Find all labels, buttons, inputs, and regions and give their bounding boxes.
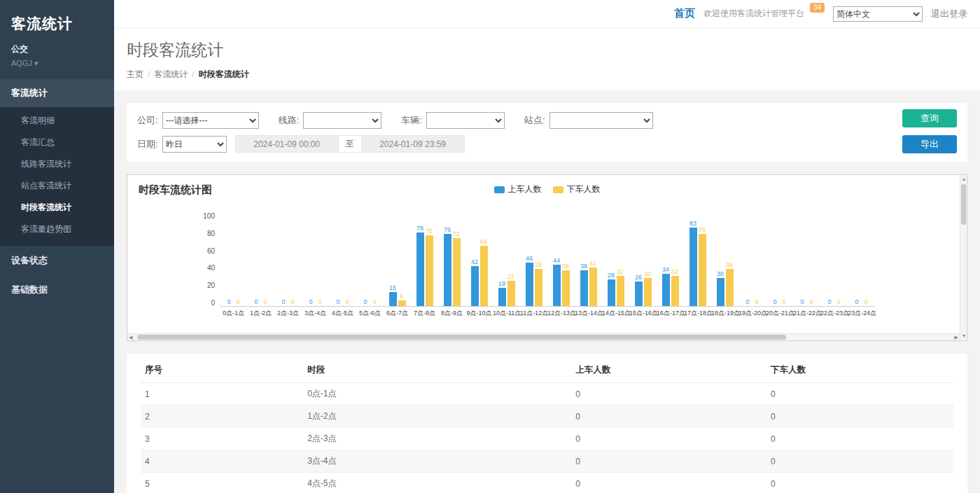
- station-select[interactable]: [550, 112, 653, 129]
- bar-value-label: 72: [453, 230, 460, 238]
- bar-value-label: 39: [726, 261, 733, 269]
- x-axis-label: 17点-18点: [684, 309, 711, 318]
- bar-value-label: 0: [227, 298, 230, 306]
- bar-column: 0: [371, 298, 379, 306]
- bar-column: 0: [753, 298, 761, 306]
- bar: [671, 276, 679, 306]
- scroll-down-icon[interactable]: ▼: [960, 332, 967, 340]
- bar-group: 7672: [438, 211, 465, 306]
- x-axis-label: 16点-17点: [657, 309, 684, 318]
- scroll-left-icon[interactable]: ◀: [129, 334, 132, 341]
- bar-group: 3841: [575, 211, 602, 306]
- x-axis: 0点-1点1点-2点2点-3点3点-4点4点-5点5点-6点6点-7点7点-8点…: [220, 307, 875, 318]
- table-body: 10点-1点0021点-2点0032点-3点0043点-4点0054点-5点00…: [141, 383, 953, 493]
- x-axis-label: 2点-3点: [274, 309, 302, 318]
- bar-column: 0: [307, 298, 315, 306]
- date-end-input[interactable]: [361, 135, 465, 153]
- x-axis-label: 11点-12点: [520, 309, 547, 318]
- chart-panel: 时段车流统计图 上车人数下车人数 100806040200 0000000000…: [127, 174, 967, 341]
- org-block: 公交 AQGJ ▾: [0, 36, 114, 79]
- sidebar-item-station-stats[interactable]: 站点客流统计: [0, 175, 114, 197]
- home-link[interactable]: 首页: [674, 7, 695, 20]
- bar-column: 30: [717, 270, 724, 307]
- bar-group: 2832: [602, 211, 629, 306]
- date-preset-select[interactable]: 昨日: [162, 136, 227, 153]
- vehicle-select[interactable]: [426, 112, 505, 129]
- filter-row-2: 日期: 昨日 至: [137, 135, 957, 153]
- query-button[interactable]: 查询: [902, 109, 957, 127]
- y-axis-label: 100: [203, 212, 215, 220]
- sidebar-item-flow-summary[interactable]: 客流汇总: [0, 132, 114, 153]
- language-select[interactable]: 简体中文: [833, 6, 923, 22]
- legend-label: 下车人数: [567, 183, 601, 195]
- bar-value-label: 0: [236, 298, 239, 306]
- page-title: 时段客流统计: [127, 39, 967, 61]
- line-filter: 线路:: [279, 112, 382, 129]
- date-start-input[interactable]: [235, 135, 339, 153]
- line-select[interactable]: [303, 112, 382, 129]
- bar-group: 156: [384, 211, 411, 306]
- y-axis-label: 20: [207, 282, 215, 289]
- bar-value-label: 42: [471, 258, 478, 266]
- horizontal-scrollbar[interactable]: ◀ ▶: [127, 333, 960, 340]
- bar-column: 72: [453, 230, 461, 306]
- table-row: 54点-5点00: [141, 473, 953, 493]
- bar-group: 00: [820, 211, 848, 306]
- breadcrumb-parent[interactable]: 客流统计: [154, 69, 188, 79]
- company-select[interactable]: ---请选择---: [162, 112, 259, 129]
- scroll-right-icon[interactable]: ▶: [955, 334, 958, 341]
- bar-value-label: 41: [589, 260, 596, 268]
- logout-link[interactable]: 退出登录: [931, 8, 967, 20]
- x-axis-label: 21点-22点: [793, 309, 820, 318]
- bar-value-label: 30: [644, 270, 651, 278]
- bar: [699, 234, 706, 306]
- scroll-up-icon[interactable]: ▲: [960, 175, 967, 183]
- bar-column: 19: [498, 280, 506, 306]
- sidebar-item-passenger-stats[interactable]: 客流统计: [0, 79, 114, 107]
- notification-badge[interactable]: 34: [810, 3, 825, 13]
- sidebar-item-device-status[interactable]: 设备状态: [0, 246, 114, 275]
- date-to-label: 至: [339, 135, 361, 153]
- x-axis-label: 7点-8点: [411, 309, 438, 318]
- bar-value-label: 0: [372, 298, 376, 306]
- org-label: 公交: [11, 43, 103, 55]
- x-axis-label: 15点-16点: [629, 309, 657, 318]
- sidebar-item-line-stats[interactable]: 线路客流统计: [0, 153, 114, 175]
- sidebar-item-flow-detail[interactable]: 客流明细: [0, 110, 114, 132]
- bar-value-label: 46: [526, 255, 533, 263]
- bar-plot: 0000000000001567875767242641927463944383…: [220, 212, 875, 318]
- bar-column: 0: [799, 298, 806, 306]
- bar-value-label: 32: [617, 268, 624, 276]
- table-cell: 2点-3点: [303, 428, 571, 450]
- sidebar-item-base-data[interactable]: 基础数据: [0, 275, 114, 305]
- bar-value-label: 0: [345, 298, 349, 306]
- bar-groups: 0000000000001567875767242641927463944383…: [220, 212, 875, 307]
- sidebar-item-trend-chart[interactable]: 客流量趋势图: [0, 218, 114, 240]
- breadcrumb-home[interactable]: 主页: [127, 69, 144, 79]
- bar-value-label: 38: [580, 263, 587, 270]
- bar-column: 30: [644, 270, 652, 307]
- bar: [398, 300, 406, 306]
- horizontal-scroll-thumb[interactable]: [137, 335, 786, 340]
- legend-label: 上车人数: [508, 183, 542, 195]
- org-code-dropdown[interactable]: AQGJ ▾: [11, 59, 103, 68]
- sidebar-item-period-stats[interactable]: 时段客流统计: [0, 197, 114, 218]
- bar: [553, 265, 561, 306]
- table-header-cell: 上车人数: [571, 358, 766, 383]
- x-axis-label: 1点-2点: [247, 309, 274, 318]
- vertical-scrollbar[interactable]: ▲ ▼: [960, 175, 967, 340]
- table-row: 32点-3点00: [141, 428, 953, 450]
- station-label: 站点:: [524, 114, 545, 127]
- bar: [416, 232, 424, 306]
- vertical-scroll-thumb[interactable]: [961, 184, 966, 225]
- bar-column: 76: [444, 226, 451, 306]
- bar-value-label: 32: [671, 268, 678, 276]
- bar-value-label: 15: [389, 284, 396, 292]
- export-button[interactable]: 导出: [902, 135, 957, 153]
- bar-column: 76: [699, 226, 706, 306]
- legend-item[interactable]: 下车人数: [553, 183, 601, 195]
- legend-item[interactable]: 上车人数: [494, 183, 542, 195]
- bar-column: 0: [771, 298, 779, 306]
- table-header-cell: 时段: [303, 358, 571, 383]
- bar-value-label: 44: [553, 257, 560, 265]
